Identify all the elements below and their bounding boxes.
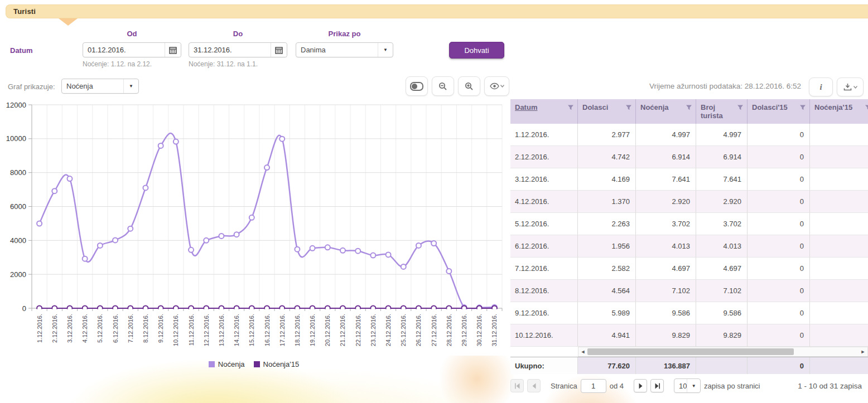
svg-text:9.12.2016.: 9.12.2016. bbox=[157, 314, 164, 343]
svg-text:25.12.2016.: 25.12.2016. bbox=[400, 314, 407, 346]
table-row[interactable]: 5.12.2016.2.2633.7023.7020 bbox=[510, 213, 868, 235]
scrollbar-track[interactable]: ◄ ► bbox=[578, 347, 868, 357]
table-cell: 0 bbox=[748, 280, 810, 302]
svg-text:4.12.2016.: 4.12.2016. bbox=[81, 314, 88, 343]
zoom-in-button[interactable] bbox=[458, 76, 480, 96]
table-row[interactable]: 6.12.2016.1.9564.0134.0130 bbox=[510, 235, 868, 258]
column-header-broj-turista[interactable]: Broj turista bbox=[696, 99, 748, 124]
table-row[interactable]: 3.12.2016.4.1697.6417.6410 bbox=[510, 168, 868, 191]
chart-legend: NoćenjaNoćenja'15 bbox=[0, 360, 508, 368]
svg-text:13.12.2016.: 13.12.2016. bbox=[218, 314, 225, 346]
line-chart[interactable]: 0200040006000800010000120001.12.2016.2.1… bbox=[0, 101, 508, 363]
table-row[interactable]: 4.12.2016.1.3702.9202.9200 bbox=[510, 191, 868, 213]
svg-text:23.12.2016.: 23.12.2016. bbox=[370, 314, 377, 346]
turisti-page: Turisti Od Do Prikaz po Datum Noćenje: 1… bbox=[0, 0, 868, 403]
svg-text:27.12.2016.: 27.12.2016. bbox=[431, 314, 437, 346]
svg-text:22.12.2016.: 22.12.2016. bbox=[355, 314, 361, 346]
column-label: Datum bbox=[515, 103, 567, 111]
table-cell bbox=[810, 324, 868, 347]
svg-text:20.12.2016.: 20.12.2016. bbox=[324, 314, 331, 346]
table-cell: 2.263 bbox=[578, 213, 636, 235]
table-cell: 6.914 bbox=[636, 146, 696, 168]
table-cell: 4.12.2016. bbox=[510, 191, 578, 213]
svg-text:3.12.2016.: 3.12.2016. bbox=[66, 314, 73, 343]
table-row[interactable]: 2.12.2016.4.7426.9146.9140 bbox=[510, 146, 868, 168]
calendar-icon[interactable] bbox=[165, 43, 181, 57]
table-cell: 8.12.2016. bbox=[510, 280, 578, 302]
prev-page-button[interactable] bbox=[527, 379, 541, 392]
table-row[interactable]: 7.12.2016.2.5824.6974.6970 bbox=[510, 258, 868, 280]
display-by-select[interactable]: Danima ▼ bbox=[296, 42, 393, 57]
filter-icon[interactable] bbox=[865, 104, 868, 111]
table-row[interactable]: 8.12.2016.4.5647.1027.1020 bbox=[510, 280, 868, 302]
page-title: Turisti bbox=[13, 7, 36, 16]
filter-icon[interactable] bbox=[737, 104, 744, 111]
scroll-right-icon[interactable]: ► bbox=[859, 347, 867, 356]
table-cell: 0 bbox=[748, 124, 810, 146]
legend-item-no-enja-15[interactable]: Noćenja'15 bbox=[254, 360, 300, 368]
table-cell: 3.702 bbox=[636, 213, 696, 235]
legend-label: Noćenja bbox=[218, 360, 245, 368]
table-cell: 4.697 bbox=[696, 258, 748, 280]
table-cell: 0 bbox=[748, 191, 810, 213]
total-cell: 136.887 bbox=[636, 357, 696, 374]
svg-text:0: 0 bbox=[22, 304, 26, 313]
svg-text:29.12.2016.: 29.12.2016. bbox=[461, 314, 467, 346]
table-cell bbox=[810, 235, 868, 258]
filter-icon[interactable] bbox=[799, 104, 806, 111]
table-row[interactable]: 1.12.2016.2.9774.9974.9970 bbox=[510, 124, 868, 146]
svg-text:17.12.2016.: 17.12.2016. bbox=[279, 314, 286, 346]
column-header-dolasci[interactable]: Dolasci bbox=[578, 99, 636, 124]
next-page-button[interactable] bbox=[634, 379, 647, 392]
table-row[interactable]: 9.12.2016.5.9899.5869.5860 bbox=[510, 302, 868, 324]
svg-text:28.12.2016.: 28.12.2016. bbox=[446, 314, 452, 346]
date-to-input[interactable] bbox=[189, 46, 271, 54]
table-cell: 1.956 bbox=[578, 235, 636, 258]
table-cell: 7.102 bbox=[636, 280, 696, 302]
toggle-icon bbox=[410, 82, 423, 91]
fetch-button[interactable]: Dohvati bbox=[449, 42, 504, 59]
table-cell: 0 bbox=[748, 168, 810, 191]
toggle-series-button[interactable] bbox=[406, 76, 428, 96]
svg-text:2.12.2016.: 2.12.2016. bbox=[51, 314, 58, 343]
table-cell bbox=[810, 258, 868, 280]
column-header-no-enja-15[interactable]: Noćenja'15 bbox=[810, 99, 868, 124]
scroll-left-icon[interactable]: ◄ bbox=[578, 347, 587, 356]
date-from-input[interactable] bbox=[83, 46, 165, 54]
svg-text:26.12.2016.: 26.12.2016. bbox=[415, 314, 422, 346]
legend-item-no-enja[interactable]: Noćenja bbox=[209, 360, 245, 368]
page-number-input[interactable] bbox=[581, 379, 606, 393]
zoom-out-button[interactable] bbox=[432, 76, 454, 96]
column-header-dolasci-15[interactable]: Dolasci'15 bbox=[748, 99, 810, 124]
first-page-button[interactable] bbox=[510, 379, 524, 392]
prev-page-icon bbox=[531, 383, 537, 389]
date-to-field bbox=[189, 42, 287, 57]
legend-label: Noćenja'15 bbox=[263, 360, 300, 368]
data-grid: DatumDolasciNoćenjaBroj turistaDolasci'1… bbox=[510, 99, 868, 394]
panel-header-turisti[interactable]: Turisti bbox=[6, 4, 868, 18]
filter-icon[interactable] bbox=[625, 104, 632, 111]
download-button[interactable] bbox=[837, 77, 864, 96]
info-button[interactable]: i bbox=[809, 77, 833, 96]
table-cell: 3.12.2016. bbox=[510, 168, 578, 191]
table-cell: 0 bbox=[748, 146, 810, 168]
scrollbar-thumb[interactable] bbox=[587, 348, 794, 355]
svg-text:19.12.2016.: 19.12.2016. bbox=[309, 314, 316, 346]
visibility-menu-button[interactable] bbox=[484, 76, 509, 96]
svg-text:4000: 4000 bbox=[10, 236, 26, 245]
filter-icon[interactable] bbox=[567, 104, 574, 111]
datum-label: Datum bbox=[10, 46, 32, 55]
last-page-button[interactable] bbox=[650, 379, 664, 392]
table-row[interactable]: 10.12.2016.4.9419.8299.8290 bbox=[510, 324, 868, 347]
column-header-datum[interactable]: Datum bbox=[510, 99, 578, 124]
to-label: Do bbox=[189, 30, 287, 38]
filter-icon[interactable] bbox=[686, 104, 692, 111]
graph-series-select[interactable]: Noćenja ▼ bbox=[61, 79, 139, 94]
table-cell: 2.582 bbox=[578, 258, 636, 280]
table-cell: 1.12.2016. bbox=[510, 124, 578, 146]
calendar-icon[interactable] bbox=[271, 43, 287, 57]
table-cell: 2.977 bbox=[578, 124, 636, 146]
column-header-no-enja[interactable]: Noćenja bbox=[636, 99, 696, 124]
svg-text:6000: 6000 bbox=[10, 202, 26, 211]
page-size-select[interactable]: 10 ▼ bbox=[674, 378, 701, 393]
